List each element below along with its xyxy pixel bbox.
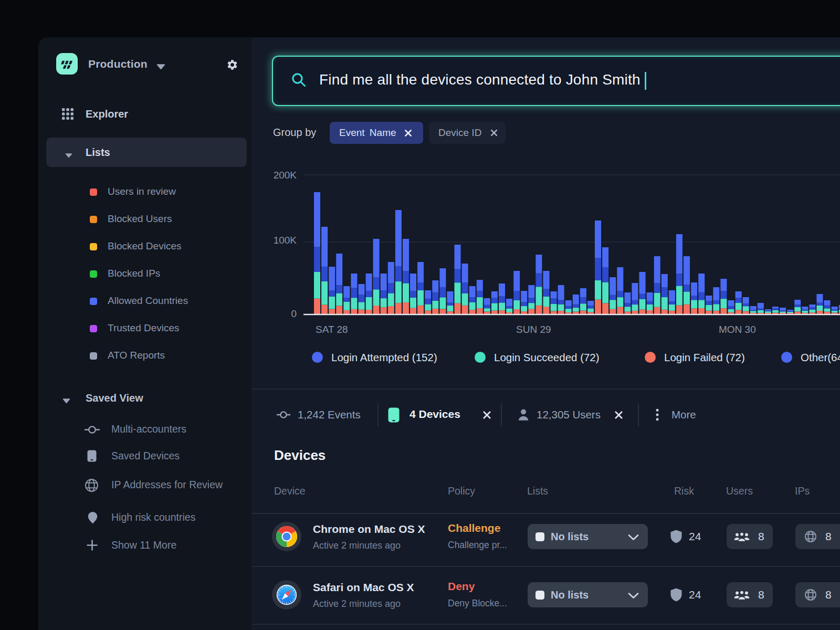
svg-text:SUN 29: SUN 29 — [516, 324, 551, 335]
svg-text:200K: 200K — [274, 170, 297, 181]
svg-text:0: 0 — [291, 308, 297, 319]
svg-text:SAT 28: SAT 28 — [316, 324, 348, 335]
svg-text:100K: 100K — [274, 235, 297, 246]
svg-text:MON 30: MON 30 — [719, 324, 756, 335]
